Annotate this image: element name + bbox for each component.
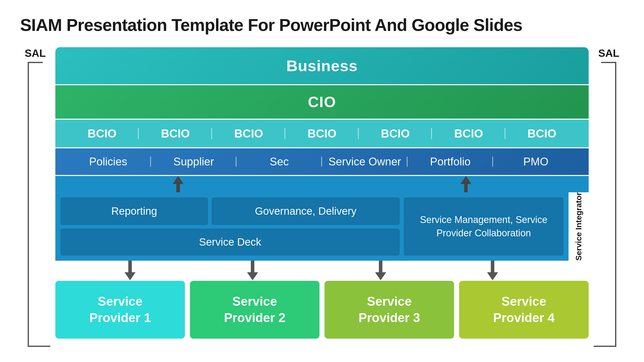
- arrow-down-3-head: [375, 272, 386, 280]
- business-label: Business: [286, 57, 358, 75]
- policy-item-service-owner: Service Owner: [322, 155, 408, 168]
- arrow-up-right-body: [464, 184, 468, 192]
- reporting-box: Reporting: [60, 197, 208, 225]
- sal-right-bracket: [601, 62, 616, 347]
- provider-4-box: ServiceProvider 4: [459, 281, 589, 339]
- service-integrator-label-wrapper: Service Integrator: [569, 192, 589, 261]
- policies-row: Policies Supplier Sec Service Owner Port…: [55, 148, 589, 175]
- policy-item-pmo: PMO: [493, 155, 579, 168]
- provider-3-box: ServiceProvider 3: [325, 281, 454, 339]
- bcio-row: BCIO BCIO BCIO BCIO BCIO BCIO BCIO: [55, 120, 589, 147]
- arrow-up-left-head: [173, 176, 184, 184]
- service-deck-box: Service Deck: [60, 229, 400, 256]
- service-management-box: Service Management, Service Provider Col…: [404, 197, 564, 256]
- sal-left-bracket: [28, 62, 43, 347]
- policy-item-sec: Sec: [236, 155, 322, 168]
- sal-left-label: SAL: [25, 47, 46, 59]
- governance-box: Governance, Delivery: [212, 197, 400, 225]
- cio-label: CIO: [308, 93, 336, 111]
- service-integrator-label: Service Integrator: [574, 192, 583, 261]
- bcio-item-2: BCIO: [139, 127, 212, 140]
- page-title: SIAM Presentation Template For PowerPoin…: [20, 15, 624, 35]
- sal-left: SAL: [20, 47, 50, 347]
- business-row: Business: [55, 47, 589, 84]
- bcio-item-5: BCIO: [359, 127, 432, 140]
- bcio-item-6: BCIO: [432, 127, 505, 140]
- integrator-section: Reporting Governance, Delivery Service D…: [55, 192, 589, 261]
- bcio-item-1: BCIO: [65, 127, 139, 140]
- arrow-down-4-body: [491, 261, 494, 272]
- sal-right: SAL: [594, 47, 624, 347]
- bcio-item-4: BCIO: [285, 127, 358, 140]
- cio-row: CIO: [55, 85, 589, 119]
- arrow-down-4-head: [487, 272, 498, 280]
- arrow-down-2-head: [247, 272, 258, 280]
- sal-right-label: SAL: [598, 47, 619, 59]
- diagram-wrapper: SAL Business CIO BCIO BCIO BCIO BCIO BCI…: [20, 47, 624, 347]
- provider-2-box: ServiceProvider 2: [190, 281, 319, 339]
- arrows-up-row: [55, 176, 589, 192]
- policy-item-policies: Policies: [65, 155, 151, 168]
- arrow-up-right-head: [460, 176, 471, 184]
- arrows-down-row: [55, 261, 589, 281]
- providers-row: ServiceProvider 1 ServiceProvider 2 Serv…: [55, 281, 589, 339]
- arrow-down-1-head: [125, 272, 136, 280]
- arrow-down-2-body: [251, 261, 254, 272]
- arrow-down-1-body: [128, 261, 132, 272]
- bcio-item-7: BCIO: [505, 127, 579, 140]
- bcio-item-3: BCIO: [212, 127, 285, 140]
- provider-1-box: ServiceProvider 1: [55, 281, 185, 339]
- arrow-up-left-body: [176, 184, 180, 192]
- policy-item-supplier: Supplier: [151, 155, 236, 168]
- policy-item-portfolio: Portfolio: [408, 155, 493, 168]
- main-content: Business CIO BCIO BCIO BCIO BCIO BCIO BC…: [55, 47, 589, 347]
- arrow-down-3-body: [379, 261, 382, 272]
